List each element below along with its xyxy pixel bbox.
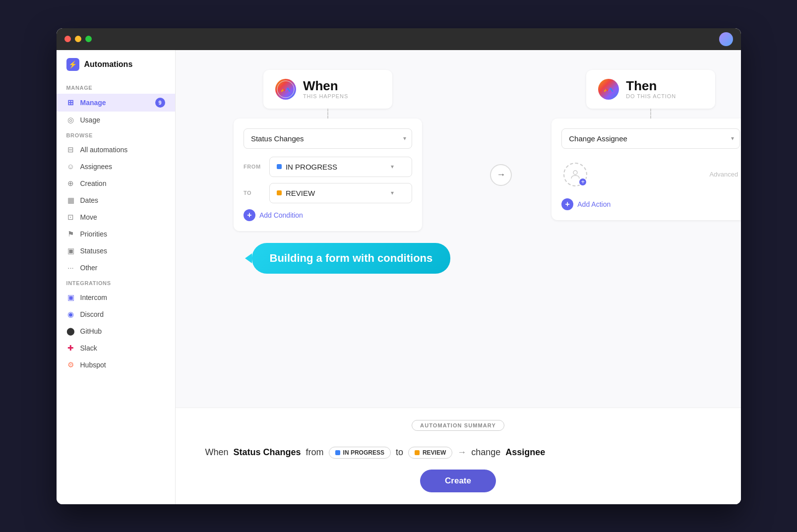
maximize-button[interactable] [85, 36, 92, 42]
sidebar-item-creation[interactable]: ⊕ Creation [57, 175, 175, 192]
assignee-plus-icon: + [578, 177, 587, 186]
then-subtitle: DO THIS ACTION [626, 93, 676, 99]
to-select-wrapper[interactable]: REVIEW ▾ [269, 183, 412, 203]
github-icon: ⬤ [66, 327, 75, 336]
summary-change-text: change [471, 447, 500, 458]
app-window: ⚡ Automations MANAGE ⊞ Manage 9 ◎ Usage … [57, 28, 741, 504]
sidebar-item-github[interactable]: ⬤ GitHub [57, 323, 175, 340]
to-select[interactable]: REVIEW ▾ [269, 183, 412, 203]
sidebar-title: Automations [84, 60, 133, 69]
move-icon: ⊡ [66, 213, 75, 222]
then-card-icon [598, 79, 619, 100]
from-value: IN PROGRESS [286, 163, 337, 171]
hubspot-icon: ⚙ [66, 360, 75, 369]
svg-point-1 [573, 171, 577, 175]
usage-icon: ◎ [66, 116, 75, 124]
add-condition-row[interactable]: + Add Condition [244, 209, 412, 221]
sidebar-item-priorities[interactable]: ⚑ Priorities [57, 226, 175, 242]
close-button[interactable] [64, 36, 71, 42]
slack-icon: ✚ [66, 344, 75, 353]
usage-label: Usage [80, 116, 100, 124]
priorities-label: Priorities [80, 230, 107, 238]
intercom-icon: ▣ [66, 293, 75, 302]
then-card: Then DO THIS ACTION [586, 70, 715, 109]
to-label: TO [244, 190, 264, 196]
sidebar-logo-icon: ⚡ [66, 58, 79, 71]
all-automations-label: All automations [80, 146, 128, 154]
summary-section-label: AUTOMATION SUMMARY [412, 420, 504, 431]
creation-icon: ⊕ [66, 179, 75, 188]
summary-status-changes: Status Changes [234, 447, 301, 458]
from-select-wrapper[interactable]: IN PROGRESS ▾ [269, 157, 412, 177]
sidebar-item-manage[interactable]: ⊞ Manage 9 [57, 94, 175, 112]
titlebar [57, 28, 741, 50]
sidebar-item-assignees[interactable]: ☺ Assignees [57, 158, 175, 175]
summary-in-progress-text: IN PROGRESS [343, 449, 384, 456]
sidebar-item-intercom[interactable]: ▣ Intercom [57, 289, 175, 306]
tooltip-container: Building a form with conditions [245, 243, 451, 274]
sidebar-item-discord[interactable]: ◉ Discord [57, 306, 175, 323]
add-condition-icon: + [244, 209, 255, 221]
when-card-icon [275, 79, 296, 100]
assignee-placeholder[interactable]: + [563, 163, 587, 186]
action-select-wrapper[interactable]: Change Assignee ▾ [561, 128, 740, 149]
sidebar-item-dates[interactable]: ▦ Dates [57, 192, 175, 209]
integrations-section-label: INTEGRATIONS [57, 276, 175, 289]
browse-section-label: BROWSE [57, 128, 175, 141]
sidebar-item-statuses[interactable]: ▣ Statuses [57, 242, 175, 259]
add-condition-label: Add Condition [259, 211, 303, 219]
trigger-select-wrapper[interactable]: Status Changes ▾ [244, 128, 412, 149]
dates-icon: ▦ [66, 196, 75, 205]
manage-label: Manage [80, 99, 106, 107]
sidebar-header: ⚡ Automations [57, 58, 175, 81]
add-action-row[interactable]: + Add Action [561, 198, 740, 210]
manage-icon: ⊞ [66, 98, 75, 107]
sidebar-item-usage[interactable]: ◎ Usage [57, 112, 175, 128]
sidebar-item-other[interactable]: ··· Other [57, 259, 175, 276]
summary-from-text: from [306, 447, 324, 458]
from-select[interactable]: IN PROGRESS ▾ [269, 157, 412, 177]
statuses-label: Statuses [80, 247, 107, 255]
create-button[interactable]: Create [420, 470, 496, 492]
trigger-panel: Status Changes ▾ FROM IN PROGRESS [234, 118, 422, 231]
from-chevron-icon: ▾ [391, 163, 394, 170]
minimize-button[interactable] [75, 36, 81, 42]
discord-icon: ◉ [66, 310, 75, 319]
sidebar-item-slack[interactable]: ✚ Slack [57, 340, 175, 356]
other-icon: ··· [66, 263, 75, 272]
add-action-icon: + [561, 198, 573, 210]
arrow-connector: → [490, 164, 512, 186]
avatar[interactable] [719, 32, 733, 46]
creation-label: Creation [80, 179, 107, 187]
sidebar-item-all-automations[interactable]: ⊟ All automations [57, 141, 175, 158]
from-field-row: FROM IN PROGRESS ▾ [244, 157, 412, 177]
advanced-link[interactable]: Advanced [709, 171, 738, 178]
tooltip-arrow-icon [245, 253, 252, 263]
summary-when-text: When [205, 447, 229, 458]
tooltip-bubble: Building a form with conditions [252, 243, 451, 274]
add-action-label: Add Action [577, 200, 611, 208]
statuses-icon: ▣ [66, 246, 75, 255]
sidebar: ⚡ Automations MANAGE ⊞ Manage 9 ◎ Usage … [57, 50, 176, 504]
when-panel-wrapper: When THIS HAPPENS Status Changes [205, 70, 451, 274]
summary-arrow-icon: → [457, 447, 466, 458]
when-title: When [303, 79, 348, 92]
sidebar-item-move[interactable]: ⊡ Move [57, 209, 175, 226]
slack-label: Slack [80, 344, 97, 352]
to-value: REVIEW [286, 189, 315, 197]
summary-assignee-text: Assignee [505, 447, 545, 458]
priorities-icon: ⚑ [66, 230, 75, 238]
svg-point-0 [277, 81, 294, 98]
manage-section-label: MANAGE [57, 81, 175, 94]
action-select[interactable]: Change Assignee [561, 128, 740, 149]
assignees-icon: ☺ [66, 162, 75, 171]
assignee-area: + Advanced [561, 157, 740, 192]
then-title: Then [626, 79, 676, 92]
when-subtitle: THIS HAPPENS [303, 93, 348, 99]
from-label: FROM [244, 164, 264, 170]
from-status-dot [277, 164, 282, 169]
summary-area: AUTOMATION SUMMARY When Status Changes f… [176, 408, 741, 504]
sidebar-item-hubspot[interactable]: ⚙ Hubspot [57, 356, 175, 373]
when-v-connector [327, 109, 328, 118]
trigger-select[interactable]: Status Changes [244, 128, 412, 149]
